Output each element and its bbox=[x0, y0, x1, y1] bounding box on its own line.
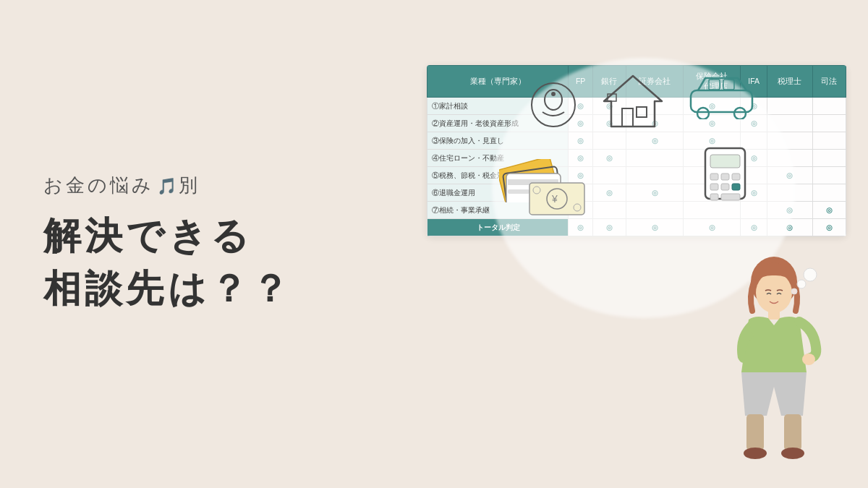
svg-point-42 bbox=[804, 268, 817, 281]
main-title-line2: 相談先は？？ bbox=[43, 262, 362, 315]
svg-rect-16 bbox=[508, 189, 529, 194]
svg-rect-36 bbox=[746, 414, 764, 450]
money-icon: ¥ bbox=[528, 177, 586, 217]
svg-point-9 bbox=[734, 108, 746, 119]
table-cell: ◎ bbox=[812, 202, 846, 219]
car-icon bbox=[687, 72, 756, 119]
svg-rect-27 bbox=[710, 184, 718, 190]
svg-rect-25 bbox=[721, 174, 729, 180]
table-cell: ◎ bbox=[812, 219, 846, 236]
svg-rect-28 bbox=[721, 184, 729, 190]
baby-icon bbox=[528, 80, 579, 130]
svg-rect-30 bbox=[710, 194, 718, 200]
subtitle-text: お金の悩み bbox=[43, 174, 154, 196]
svg-point-40 bbox=[791, 288, 797, 294]
main-title: 解決できる 相談先は？？ bbox=[43, 210, 362, 315]
svg-rect-10 bbox=[709, 80, 720, 90]
table-cell bbox=[812, 167, 846, 184]
svg-point-38 bbox=[744, 448, 767, 459]
svg-point-35 bbox=[802, 354, 815, 365]
table-cell bbox=[812, 115, 846, 132]
table-cell bbox=[812, 98, 846, 115]
svg-rect-29 bbox=[732, 184, 740, 190]
page-container: お金の悩み🎵別 解決できる 相談先は？？ 業種（専門家） FP 銀行 証券会社 … bbox=[0, 0, 868, 488]
svg-text:¥: ¥ bbox=[551, 193, 558, 205]
main-title-line1: 解決できる bbox=[43, 210, 362, 262]
svg-point-33 bbox=[756, 273, 792, 313]
woman-figure bbox=[702, 242, 846, 466]
col-header-legal: 司法 bbox=[812, 66, 846, 98]
svg-rect-23 bbox=[710, 155, 740, 168]
svg-point-39 bbox=[781, 448, 804, 459]
svg-rect-26 bbox=[732, 174, 740, 180]
calculator-icon bbox=[702, 145, 749, 202]
music-icon: 🎵 bbox=[157, 177, 179, 195]
svg-point-8 bbox=[697, 108, 709, 119]
subtitle-end: 別 bbox=[179, 174, 200, 196]
svg-rect-37 bbox=[784, 414, 801, 450]
svg-rect-11 bbox=[723, 80, 734, 90]
svg-rect-5 bbox=[637, 107, 647, 117]
svg-rect-24 bbox=[710, 174, 718, 180]
table-cell bbox=[812, 132, 846, 150]
subtitle: お金の悩み🎵別 bbox=[43, 173, 362, 198]
svg-rect-34 bbox=[768, 309, 780, 320]
svg-point-41 bbox=[797, 280, 806, 288]
svg-rect-4 bbox=[622, 108, 633, 127]
svg-rect-31 bbox=[721, 194, 740, 200]
house-icon bbox=[600, 72, 665, 130]
right-section: 業種（専門家） FP 銀行 証券会社 保険会社・代理店 IFA 税理士 司法 ①… bbox=[405, 0, 868, 488]
table-cell bbox=[812, 150, 846, 167]
table-cell bbox=[812, 184, 846, 202]
left-section: お金の悩み🎵別 解決できる 相談先は？？ bbox=[0, 0, 405, 488]
svg-point-2 bbox=[551, 92, 556, 96]
